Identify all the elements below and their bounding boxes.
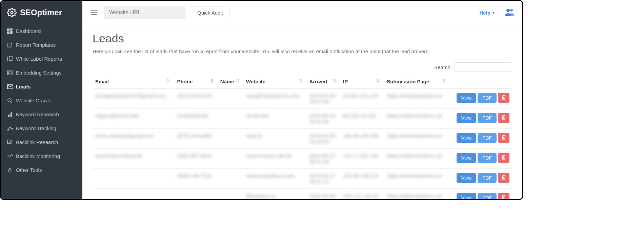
view-button[interactable]: View: [457, 133, 476, 143]
sidebar-item-white-label-reports[interactable]: White Label Reports: [1, 52, 82, 66]
topbar: Quick Audit Help ▼: [82, 1, 522, 24]
sidebar-item-label: Embedding Settings: [16, 70, 61, 76]
backlink-icon: [7, 140, 16, 145]
cell-arrived: 2024-09-2913:28:02: [306, 129, 340, 149]
delete-button[interactable]: [498, 153, 509, 163]
sidebar-item-label: Keyword Tracking: [16, 125, 56, 131]
sidebar-item-other-tools[interactable]: Other Tools: [1, 163, 82, 177]
svg-rect-12: [8, 115, 9, 117]
cell-arrived: 2024-09-2916:42:34: [306, 109, 340, 129]
cell-phone: (345) 687-6542: [174, 149, 217, 169]
search-icon: [7, 98, 16, 103]
cell-name: [218, 189, 243, 199]
column-phone[interactable]: Phone⇅: [174, 75, 217, 89]
content-area: Leads Here you can see the list of leads…: [82, 24, 522, 199]
sidebar-item-label: Backlink Research: [16, 139, 58, 145]
cell-phone: [174, 189, 217, 199]
sidebar-item-keyword-tracking[interactable]: Keyword Tracking: [1, 121, 82, 135]
cell-page: https://webmarketers.ca/: [384, 129, 449, 149]
embed-icon: [7, 70, 16, 76]
tools-icon: [7, 167, 16, 173]
column-email[interactable]: Email⇅: [93, 75, 174, 89]
sidebar-item-label: Leads: [16, 84, 31, 89]
chevron-down-icon: ▼: [492, 11, 495, 15]
pdf-button[interactable]: PDF: [478, 113, 497, 123]
column-website[interactable]: Website⇅: [243, 75, 307, 89]
delete-button[interactable]: [498, 173, 509, 183]
pdf-button[interactable]: PDF: [478, 173, 497, 183]
dashboard-icon: [7, 28, 16, 34]
svg-point-24: [510, 9, 513, 12]
page-title: Leads: [93, 32, 512, 45]
sidebar-item-label: Dashboard: [16, 28, 41, 34]
nav: DashboardReport TemplatesWhite Label Rep…: [1, 24, 82, 177]
view-button[interactable]: View: [457, 113, 476, 123]
column-arrived[interactable]: Arrived⇅: [306, 75, 340, 89]
svg-rect-9: [8, 72, 11, 74]
cell-phone: (514) 234-8173: [174, 89, 217, 109]
column-ip[interactable]: IP⇅: [340, 75, 384, 89]
help-link[interactable]: Help ▼: [480, 10, 495, 16]
hamburger-icon[interactable]: [90, 8, 98, 17]
cell-website: visual87production.com: [243, 89, 307, 109]
search-input[interactable]: [455, 62, 512, 72]
table-row: (946) 948-7013www.acibuildcon.com2024-09…: [93, 169, 512, 189]
svg-point-23: [506, 9, 510, 12]
cell-actions: ViewPDF: [449, 129, 512, 149]
delete-button[interactable]: [498, 93, 509, 103]
cell-email: edgars@strolis.info: [93, 109, 174, 129]
cell-website: www.invictus.edu.hk: [243, 149, 307, 169]
sort-icon: ⇅: [210, 79, 214, 83]
svg-point-0: [11, 12, 13, 14]
sidebar-item-report-templates[interactable]: Report Templates: [1, 38, 82, 52]
sidebar-item-label: Keyword Research: [16, 111, 59, 117]
svg-rect-8: [7, 71, 12, 75]
users-icon[interactable]: [505, 8, 515, 18]
leads-icon: [7, 84, 16, 89]
view-button[interactable]: View: [457, 153, 476, 163]
cell-name: [218, 169, 243, 189]
sidebar-item-keyword-research[interactable]: Keyword Research: [1, 107, 82, 121]
sidebar: SEOptimer DashboardReport TemplatesWhite…: [1, 1, 82, 199]
brand-name: SEOptimer: [20, 8, 62, 17]
template-icon: [7, 42, 16, 48]
cell-page: https://webmarketers.ca/: [384, 169, 449, 189]
cell-website: www.acibuildcon.com: [243, 169, 307, 189]
trash-icon: [501, 95, 506, 100]
pdf-button[interactable]: PDF: [478, 153, 497, 163]
view-button[interactable]: View: [457, 193, 476, 199]
sort-icon: ⇅: [442, 79, 445, 83]
search-label: Search:: [434, 64, 452, 70]
quick-audit-button[interactable]: Quick Audit: [191, 6, 229, 19]
pdf-button[interactable]: PDF: [478, 133, 497, 143]
cell-email: visualproduction87@gmail.com: [93, 89, 174, 109]
sidebar-item-website-crawls[interactable]: Website Crawls: [1, 94, 82, 107]
sidebar-item-leads[interactable]: Leads: [1, 80, 82, 94]
column-submission-page[interactable]: Submission Page⇅: [384, 75, 449, 89]
sidebar-item-dashboard[interactable]: Dashboard: [1, 24, 82, 38]
cell-actions: ViewPDF: [449, 109, 512, 129]
pdf-button[interactable]: PDF: [478, 93, 497, 103]
cell-ip: 210.17.252.164: [340, 149, 384, 169]
pdf-button[interactable]: PDF: [478, 193, 497, 199]
svg-point-11: [8, 99, 11, 102]
delete-button[interactable]: [498, 113, 509, 123]
sidebar-item-embedding-settings[interactable]: Embedding Settings: [1, 66, 82, 80]
sidebar-item-label: White Label Reports: [16, 56, 62, 62]
table-row: edgars@strolis.info07434630435strolis.in…: [93, 109, 512, 129]
view-button[interactable]: View: [457, 93, 476, 103]
brand-logo[interactable]: SEOptimer: [1, 1, 82, 24]
sidebar-item-label: Website Crawls: [16, 98, 51, 103]
delete-button[interactable]: [498, 193, 509, 199]
search-row: Search:: [93, 62, 512, 72]
sidebar-item-backlink-research[interactable]: Backlink Research: [1, 135, 82, 149]
delete-button[interactable]: [498, 133, 509, 143]
sidebar-item-label: Backlink Monitoring: [16, 153, 60, 159]
leads-table: Email⇅Phone⇅Name⇅Website⇅Arrived⇅IP⇅Subm…: [93, 75, 512, 199]
view-button[interactable]: View: [457, 173, 476, 183]
svg-rect-3: [10, 30, 13, 34]
url-input[interactable]: [104, 6, 185, 19]
sidebar-item-backlink-monitoring[interactable]: Backlink Monitoring: [1, 149, 82, 163]
sidebar-item-label: Other Tools: [16, 167, 42, 173]
column-name[interactable]: Name⇅: [218, 75, 243, 89]
